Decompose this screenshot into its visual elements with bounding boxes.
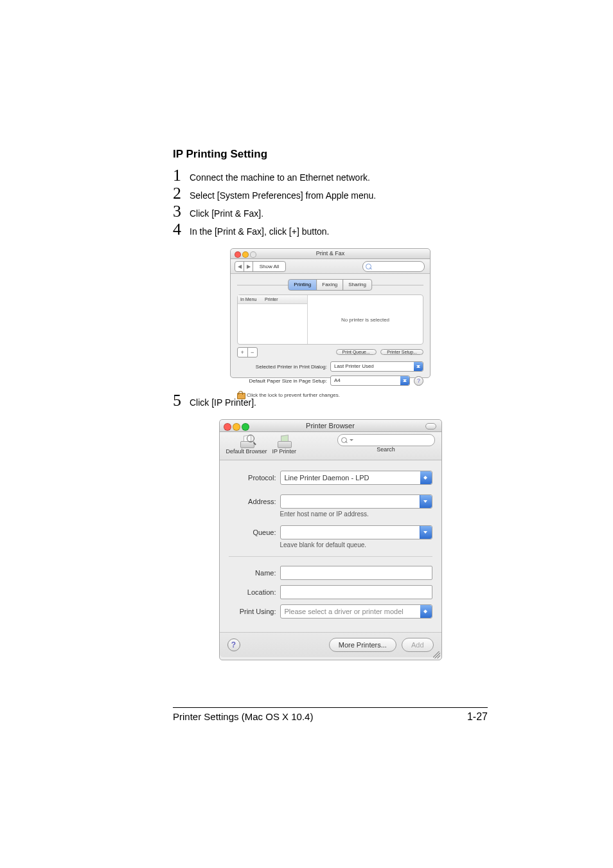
col-in-menu: In Menu — [240, 295, 263, 303]
tab-group: Printing Faxing Sharing — [289, 279, 372, 291]
footer-page-number: 1-27 — [467, 711, 488, 723]
toolbar-toggle-button[interactable] — [425, 423, 436, 429]
protocol-popup[interactable]: Line Printer Daemon - LPD — [280, 471, 432, 485]
close-icon[interactable] — [224, 423, 231, 431]
address-hint: Enter host name or IP address. — [280, 511, 432, 518]
nav-forward-button[interactable]: ▶ — [244, 262, 253, 271]
search-input[interactable] — [337, 434, 435, 446]
help-button[interactable]: ? — [414, 376, 423, 386]
prefs-toolbar: ◀ ▶ Show All — [231, 259, 430, 274]
address-label: Address: — [229, 498, 280, 505]
more-printers-button[interactable]: More Printers... — [329, 638, 396, 652]
search-input[interactable] — [362, 261, 425, 272]
queue-hint: Leave blank for default queue. — [280, 541, 432, 548]
protocol-value: Line Printer Daemon - LPD — [285, 474, 369, 482]
chevron-down-icon[interactable] — [420, 495, 432, 508]
location-label: Location: — [229, 588, 280, 596]
minimize-icon[interactable] — [233, 423, 240, 431]
print-using-popup[interactable]: Please select a driver or printer model — [280, 604, 432, 619]
plus-button[interactable]: + — [238, 348, 248, 357]
default-browser-label: Default Browser — [226, 448, 267, 455]
minimize-icon[interactable] — [242, 251, 249, 258]
step-num-4: 4 — [173, 221, 190, 238]
print-using-label: Print Using: — [229, 608, 280, 615]
section-heading: IP Printing Setting — [173, 148, 488, 161]
printfax-window: Print & Fax ◀ ▶ Show All Printing Faxing… — [230, 248, 431, 378]
lock-icon[interactable] — [237, 391, 244, 399]
print-using-value: Please select a driver or printer model — [285, 608, 404, 615]
chevron-down-icon[interactable] — [420, 526, 432, 539]
print-queue-button[interactable]: Print Queue... — [336, 349, 377, 355]
add-remove-buttons: + − — [237, 347, 258, 357]
show-all-label: Show All — [253, 262, 285, 271]
paper-size-label: Default Paper Size in Page Setup: — [237, 378, 330, 384]
window-title: Printer Browser — [306, 422, 355, 429]
step-text-1: Connect the machine to an Ethernet netwo… — [190, 169, 370, 183]
name-label: Name: — [229, 569, 280, 577]
tab-sharing[interactable]: Sharing — [342, 279, 372, 291]
printer-browser-window: Printer Browser Default Browser IP Print… — [219, 419, 442, 660]
step-text-3: Click [Print & Fax]. — [190, 205, 263, 219]
queue-field[interactable] — [280, 525, 432, 539]
popup-arrows-icon — [420, 605, 432, 618]
chevron-down-icon — [350, 439, 353, 443]
ip-printer-label: IP Printer — [272, 448, 296, 455]
zoom-icon[interactable] — [242, 423, 249, 431]
resize-handle-icon[interactable] — [433, 651, 440, 658]
step-list: 1Connect the machine to an Ethernet netw… — [173, 167, 488, 238]
protocol-label: Protocol: — [229, 474, 280, 482]
step-text-4: In the [Print & Fax], click [+] button. — [190, 223, 330, 237]
popup-arrows-icon — [420, 471, 432, 484]
close-icon[interactable] — [235, 251, 241, 258]
help-button[interactable]: ? — [227, 638, 240, 651]
printer-panel: In Menu Printer No printer is selected — [237, 294, 423, 345]
address-field[interactable] — [280, 494, 432, 509]
lock-text: Click the lock to prevent further change… — [247, 392, 340, 398]
window-title: Print & Fax — [316, 250, 345, 257]
location-field[interactable] — [280, 585, 432, 599]
popup-arrows-icon — [400, 376, 409, 385]
window-titlebar: Printer Browser — [220, 420, 441, 432]
paper-size-value: A4 — [334, 377, 341, 383]
name-field[interactable] — [280, 566, 432, 580]
window-titlebar: Print & Fax — [231, 249, 430, 259]
nav-back-button[interactable]: ◀ — [235, 262, 244, 271]
selected-printer-popup[interactable]: Last Printer Used — [330, 361, 423, 372]
list-header: In Menu Printer — [238, 295, 307, 304]
paper-size-popup[interactable]: A4 — [330, 375, 410, 386]
ip-printer-button[interactable]: IP Printer — [272, 434, 296, 455]
selected-printer-value: Last Printer Used — [334, 363, 374, 369]
magnifier-icon — [247, 435, 254, 442]
search-label: Search — [377, 446, 395, 453]
step-text-2: Select [System Preferences] from Apple m… — [190, 187, 376, 201]
add-button[interactable]: Add — [402, 638, 434, 652]
printer-setup-button[interactable]: Printer Setup... — [380, 349, 423, 355]
step-num-2: 2 — [173, 185, 190, 202]
separator — [229, 556, 432, 557]
step-num-3: 3 — [173, 203, 190, 220]
zoom-icon[interactable] — [250, 251, 256, 258]
popup-arrows-icon — [414, 362, 423, 371]
selected-printer-label: Selected Printer in Print Dialog: — [237, 364, 330, 370]
step-num-1: 1 — [173, 167, 190, 184]
tab-printing[interactable]: Printing — [288, 279, 317, 291]
no-printer-label: No printer is selected — [308, 295, 423, 344]
printer-list[interactable]: In Menu Printer — [238, 295, 308, 344]
nav-show-all[interactable]: ◀ ▶ Show All — [235, 261, 286, 272]
window-traffic-lights — [224, 422, 251, 434]
step-num-5: 5 — [173, 392, 190, 409]
tab-faxing[interactable]: Faxing — [316, 279, 343, 291]
footer-left: Printer Settings (Mac OS X 10.4) — [173, 711, 313, 723]
col-printer: Printer — [265, 297, 278, 302]
queue-label: Queue: — [229, 529, 280, 536]
minus-button[interactable]: − — [248, 348, 258, 357]
default-browser-button[interactable]: Default Browser — [226, 434, 267, 455]
